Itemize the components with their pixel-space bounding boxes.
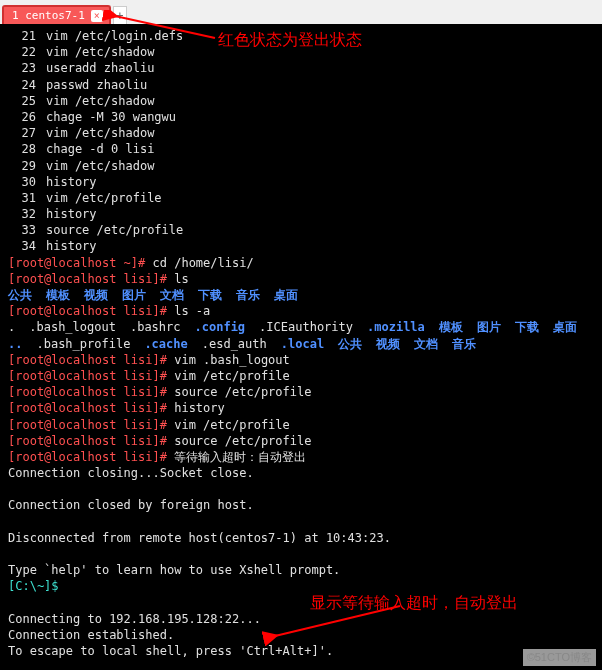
- cmd-line: [root@localhost lisi]# vim /etc/profile: [8, 368, 594, 384]
- status-text: Connection closing...Socket close.: [8, 465, 594, 481]
- prompt: [root@localhost lisi]#: [8, 434, 167, 448]
- status-text: Disconnected from remote host(centos7-1)…: [8, 530, 594, 546]
- cmd-line: [root@localhost lisi]# 等待输入超时：自动登出: [8, 449, 594, 465]
- cmd-text: ls -a: [174, 304, 210, 318]
- ls-item: .bash_profile: [36, 336, 130, 352]
- cmd-line: [root@localhost lisi]# ls -a: [8, 303, 594, 319]
- cmd-line: [root@localhost lisi]# vim .bash_logout: [8, 352, 594, 368]
- tab-bar: 1 centos7-1 × +: [0, 0, 602, 24]
- cmd-line: [root@localhost lisi]# source /etc/profi…: [8, 433, 594, 449]
- cmd-text: ls: [174, 272, 188, 286]
- cmd-line: [root@localhost ~]# cd /home/lisi/: [8, 255, 594, 271]
- cmd-text: source /etc/profile: [174, 434, 311, 448]
- prompt: [root@localhost lisi]#: [8, 418, 167, 432]
- ls-item: 下载: [515, 319, 539, 335]
- history-line: 25vim /etc/shadow: [8, 93, 594, 109]
- history-line: 33source /etc/profile: [8, 222, 594, 238]
- history-line: 23useradd zhaoliu: [8, 60, 594, 76]
- ls-item: .bash_logout: [29, 319, 116, 335]
- ls-item: 公共: [338, 336, 362, 352]
- prompt: [root@localhost ~]#: [8, 256, 145, 270]
- prompt: [root@localhost lisi]#: [8, 385, 167, 399]
- cmd-line: [root@localhost lisi]# vim /etc/profile: [8, 417, 594, 433]
- status-text: To escape to local shell, press 'Ctrl+Al…: [8, 643, 594, 659]
- history-block: 21vim /etc/login.defs22vim /etc/shadow23…: [8, 28, 594, 255]
- help-text: Type `help' to learn how to use Xshell p…: [8, 562, 594, 578]
- prompt: [root@localhost lisi]#: [8, 304, 167, 318]
- cmd-text: source /etc/profile: [174, 385, 311, 399]
- history-line: 28chage -d 0 lisi: [8, 141, 594, 157]
- session-tab[interactable]: 1 centos7-1 ×: [2, 5, 111, 24]
- ls-item: .mozilla: [367, 319, 425, 335]
- ls-item: 文档: [414, 336, 438, 352]
- xshell-prompt: [C:\~]$: [8, 578, 594, 594]
- ls-item: 下载: [198, 287, 222, 303]
- prompt: [root@localhost lisi]#: [8, 401, 167, 415]
- history-line: 27vim /etc/shadow: [8, 125, 594, 141]
- prompt: [root@localhost lisi]#: [8, 369, 167, 383]
- prompt: [root@localhost lisi]#: [8, 353, 167, 367]
- ls-item: 图片: [477, 319, 501, 335]
- status-text: Connection established.: [8, 627, 594, 643]
- ls-output: ..bash_logout.bashrc.config.ICEauthority…: [8, 319, 594, 335]
- ls-item: ..: [8, 336, 22, 352]
- ls-item: 音乐: [452, 336, 476, 352]
- cmd-text: history: [174, 401, 225, 415]
- ls-item: 桌面: [553, 319, 577, 335]
- cmd-text: vim /etc/profile: [174, 418, 290, 432]
- ls-item: 图片: [122, 287, 146, 303]
- status-text: Connecting to 192.168.195.128:22...: [8, 611, 594, 627]
- history-line: 26chage -M 30 wangwu: [8, 109, 594, 125]
- ls-item: 模板: [439, 319, 463, 335]
- ls-item: .ICEauthority: [259, 319, 353, 335]
- ls-item: .: [8, 319, 15, 335]
- history-line: 22vim /etc/shadow: [8, 44, 594, 60]
- history-line: 24passwd zhaoliu: [8, 77, 594, 93]
- cmd-text: vim /etc/profile: [174, 369, 290, 383]
- ls-item: 视频: [376, 336, 400, 352]
- history-line: 31vim /etc/profile: [8, 190, 594, 206]
- cmd-line: [root@localhost lisi]# history: [8, 400, 594, 416]
- tab-label: 1 centos7-1: [12, 9, 85, 22]
- cmd-line: [root@localhost lisi]# ls: [8, 271, 594, 287]
- history-line: 21vim /etc/login.defs: [8, 28, 594, 44]
- ls-item: .cache: [144, 336, 187, 352]
- history-line: 34history: [8, 238, 594, 254]
- cmd-line: [root@localhost lisi]# source /etc/profi…: [8, 384, 594, 400]
- ls-item: .bashrc: [130, 319, 181, 335]
- ls-item: 公共: [8, 287, 32, 303]
- ls-item: .esd_auth: [202, 336, 267, 352]
- ls-item: 文档: [160, 287, 184, 303]
- new-tab-button[interactable]: +: [113, 6, 127, 24]
- cmd-text: cd /home/lisi/: [153, 256, 254, 270]
- terminal-output[interactable]: 21vim /etc/login.defs22vim /etc/shadow23…: [0, 24, 602, 670]
- cmd-text: 等待输入超时：自动登出: [174, 450, 306, 464]
- prompt: [root@localhost lisi]#: [8, 272, 167, 286]
- ls-output: 公共模板视频图片文档下载音乐桌面: [8, 287, 594, 303]
- history-line: 30history: [8, 174, 594, 190]
- status-text: Connection closed by foreign host.: [8, 497, 594, 513]
- watermark: ©51CTO博客: [523, 649, 596, 666]
- ls-item: 模板: [46, 287, 70, 303]
- prompt: [root@localhost lisi]#: [8, 450, 167, 464]
- ls-item: 视频: [84, 287, 108, 303]
- history-line: 32history: [8, 206, 594, 222]
- plus-icon: +: [116, 9, 123, 23]
- history-line: 29vim /etc/shadow: [8, 158, 594, 174]
- ls-item: 音乐: [236, 287, 260, 303]
- ls-item: .config: [195, 319, 246, 335]
- ls-output: ...bash_profile.cache.esd_auth.local公共视频…: [8, 336, 594, 352]
- ls-item: .local: [281, 336, 324, 352]
- cmd-text: vim .bash_logout: [174, 353, 290, 367]
- close-icon[interactable]: ×: [91, 10, 103, 22]
- ls-item: 桌面: [274, 287, 298, 303]
